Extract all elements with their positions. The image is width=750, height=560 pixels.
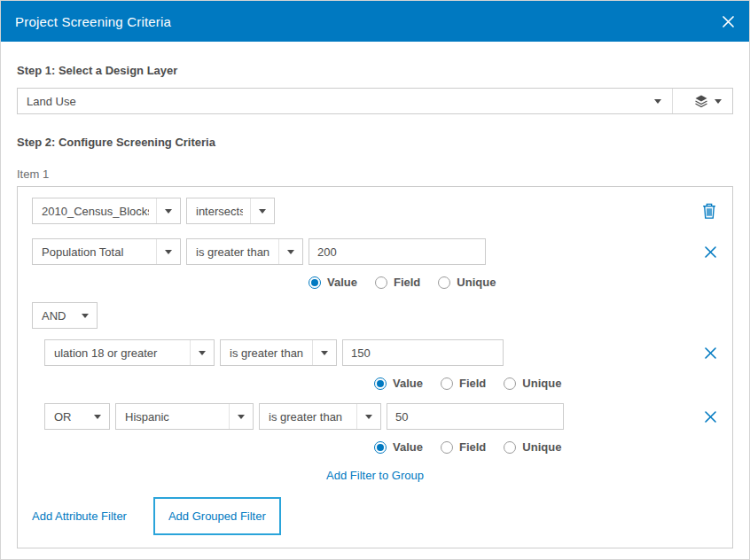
remove-filter-icon[interactable]: [703, 409, 718, 424]
chevron-down-icon: [259, 209, 266, 214]
remove-filter-icon[interactable]: [703, 245, 718, 260]
attribute-filter-row: Population Total is greater than: [32, 238, 718, 265]
chevron-down-icon: [165, 250, 172, 254]
design-layer-value: Land Use: [27, 95, 654, 108]
grouped-filters: ulation 18 or greater is greater than: [44, 339, 718, 454]
logical-operator-dropdown[interactable]: AND: [32, 302, 98, 329]
close-icon[interactable]: [722, 15, 735, 28]
chevron-down-icon: [287, 250, 294, 254]
dialog-header: Project Screening Criteria: [1, 1, 749, 42]
chevron-down-icon: [199, 351, 206, 355]
radio-field-label: Field: [459, 377, 486, 390]
radio-value[interactable]: Value: [374, 377, 423, 390]
radio-unique[interactable]: Unique: [438, 276, 496, 289]
radio-selected-icon: [309, 276, 321, 289]
filter-operator-dropdown[interactable]: is greater than: [186, 238, 303, 265]
design-layer-select[interactable]: Land Use: [17, 88, 733, 114]
chevron-down-icon: [165, 209, 172, 214]
group-filter-field-value: Hispanic: [125, 410, 222, 424]
add-filter-to-group-link[interactable]: Add Filter to Group: [326, 469, 424, 482]
grouped-filter-highlight-box: Add Grouped Filter: [153, 497, 281, 535]
filter-field-dropdown[interactable]: Population Total: [32, 238, 181, 265]
logical-operator-row: AND: [32, 302, 718, 329]
value-type-radio-group: Value Field Unique: [44, 440, 718, 454]
radio-selected-icon: [374, 377, 387, 390]
group-logical-operator-value: OR: [54, 410, 86, 424]
step1-label: Step 1: Select a Design Layer: [17, 64, 733, 77]
group-filter-operator-dropdown[interactable]: is greater than: [220, 339, 337, 366]
radio-unique[interactable]: Unique: [504, 440, 561, 454]
group-filter-field-dropdown[interactable]: ulation 18 or greater: [44, 339, 215, 366]
logical-operator-value: AND: [42, 309, 74, 323]
radio-icon: [375, 276, 387, 289]
project-screening-dialog: Project Screening Criteria Step 1: Selec…: [0, 0, 750, 560]
group-filter-operator-dropdown[interactable]: is greater than: [259, 403, 381, 430]
source-layer-dropdown[interactable]: 2010_Census_Blocks: [32, 198, 181, 224]
radio-unique[interactable]: Unique: [504, 377, 561, 390]
radio-field[interactable]: Field: [441, 377, 486, 390]
chevron-down-icon: [321, 351, 328, 355]
radio-icon: [438, 276, 450, 289]
group-filter-field-value: ulation 18 or greater: [54, 346, 183, 360]
radio-field[interactable]: Field: [441, 440, 486, 454]
radio-unique-label: Unique: [522, 440, 561, 454]
layer-operator-row: 2010_Census_Blocks intersects: [32, 198, 718, 224]
group-logical-operator-dropdown[interactable]: OR: [44, 403, 110, 430]
radio-unique-label: Unique: [522, 377, 561, 390]
chevron-down-icon: [82, 314, 89, 318]
group-filter-value-input[interactable]: [387, 403, 564, 430]
radio-icon: [441, 441, 453, 454]
screening-item-panel: 2010_Census_Blocks intersects: [17, 186, 733, 548]
add-grouped-filter-link[interactable]: Add Grouped Filter: [168, 509, 266, 523]
chevron-down-icon: [365, 415, 372, 419]
group-filter-value-input[interactable]: [342, 339, 504, 366]
chevron-down-icon: [654, 99, 661, 104]
chevron-down-icon: [238, 415, 245, 419]
trash-icon[interactable]: [700, 201, 718, 221]
spatial-operator-value: intersects: [196, 205, 243, 218]
chevron-down-icon: [715, 99, 722, 104]
radio-value-label: Value: [393, 440, 423, 454]
radio-value-label: Value: [327, 276, 357, 289]
filter-field-value: Population Total: [42, 245, 149, 259]
radio-icon: [441, 377, 453, 390]
dialog-title: Project Screening Criteria: [15, 14, 171, 29]
group-filter-operator-value: is greater than: [269, 410, 349, 424]
value-type-radio-group: Value Field Unique: [44, 377, 718, 390]
divider: [672, 89, 673, 113]
layers-icon: [694, 94, 708, 108]
radio-value[interactable]: Value: [374, 440, 423, 454]
group-filter-row: ulation 18 or greater is greater than: [44, 339, 718, 366]
radio-value[interactable]: Value: [309, 276, 357, 289]
radio-icon: [504, 377, 516, 390]
radio-unique-label: Unique: [457, 276, 496, 289]
radio-icon: [504, 441, 516, 454]
group-filter-operator-value: is greater than: [230, 346, 305, 360]
source-layer-value: 2010_Census_Blocks: [42, 205, 149, 218]
filter-value-input[interactable]: [309, 238, 486, 265]
remove-filter-icon[interactable]: [703, 346, 718, 361]
spatial-operator-dropdown[interactable]: intersects: [186, 198, 275, 224]
radio-field-label: Field: [459, 440, 486, 454]
chevron-down-icon: [94, 415, 101, 419]
value-type-radio-group: Value Field Unique: [32, 276, 718, 289]
radio-field[interactable]: Field: [375, 276, 420, 289]
dialog-body: Step 1: Select a Design Layer Land Use S…: [1, 42, 749, 560]
radio-field-label: Field: [394, 276, 420, 289]
step2-label: Step 2: Configure Screening Criteria: [17, 136, 733, 149]
group-filter-field-dropdown[interactable]: Hispanic: [115, 403, 254, 430]
radio-value-label: Value: [393, 377, 423, 390]
item-label: Item 1: [17, 167, 733, 181]
group-filter-row: OR Hispanic is greater than: [44, 403, 718, 430]
filter-actions-row: Add Attribute Filter Add Grouped Filter: [32, 497, 718, 535]
add-attribute-filter-link[interactable]: Add Attribute Filter: [32, 509, 127, 523]
radio-selected-icon: [374, 441, 387, 454]
filter-operator-value: is greater than: [196, 245, 271, 259]
layers-button[interactable]: [684, 94, 723, 108]
